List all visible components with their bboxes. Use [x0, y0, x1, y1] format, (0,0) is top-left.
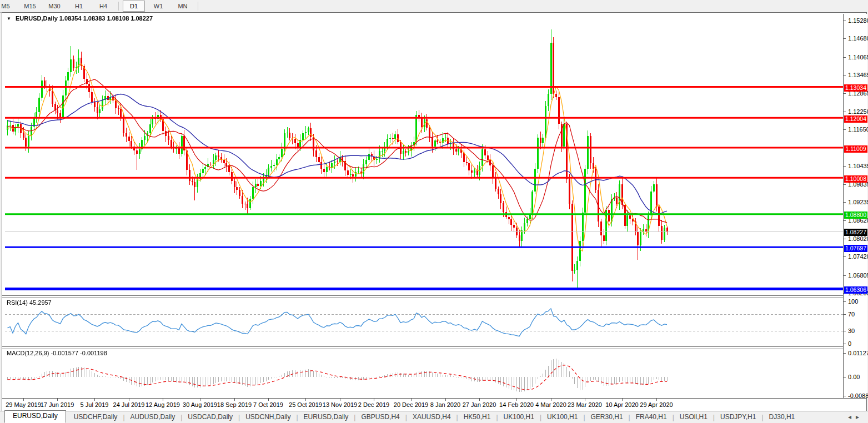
current-price-label: 1.08227: [844, 229, 867, 236]
date-axis-tick: [340, 399, 340, 401]
macd-axis-tick: [844, 377, 846, 377]
bottom-tab-uk100-h1-10[interactable]: UK100,H1: [541, 412, 583, 423]
chart-tabs-bar: EURUSD,DailyUSDCHF,Daily|AUDUSD,Daily|US…: [0, 411, 868, 423]
price-axis-label: 1.13465: [848, 72, 868, 78]
bottom-tab-hk50-h1-8[interactable]: HK50,H1: [458, 412, 496, 423]
price-axis[interactable]: 1.152801.146801.140651.134651.128651.122…: [843, 14, 867, 398]
date-label: 29 Apr 2020: [640, 401, 673, 408]
price-axis-label: 1.12250: [848, 108, 868, 115]
date-axis-tick: [551, 399, 551, 401]
price-axis-tick: [844, 75, 846, 75]
date-label: 8 Jan 2020: [430, 401, 460, 408]
bottom-tab-gbpusd-h4-6[interactable]: GBPUSD,H4: [355, 412, 405, 423]
macd-indicator-name: MACD(12,26,9): [7, 350, 49, 356]
bottom-tab-usdchf-daily-1[interactable]: USDCHF,Daily: [68, 412, 123, 423]
date-axis[interactable]: 29 May 201917 Jun 20195 Jul 201924 Jul 2…: [2, 398, 866, 412]
bottom-tab-ger30-h1-11[interactable]: GER30,H1: [585, 412, 629, 423]
date-label: 23 Mar 2020: [568, 401, 602, 408]
bottom-tab-usdjpy-h1-14[interactable]: USDJPY,H1: [715, 412, 761, 423]
toolbar-separator: [198, 2, 198, 11]
rsi-canvas[interactable]: [5, 299, 843, 346]
tab-scroll-arrows[interactable]: ◂▸: [848, 413, 864, 421]
price-axis-tick: [844, 220, 846, 221]
timeframe-button-mn[interactable]: MN: [172, 1, 194, 12]
date-axis-tick: [622, 399, 623, 401]
date-label: 10 Apr 2020: [605, 401, 638, 408]
rsi-axis-tick: [844, 301, 846, 302]
mt4-window: M5M15M30H1H4D1W1MN ▼ EURUSD,Daily 1.0835…: [0, 0, 868, 423]
date-axis-tick: [374, 399, 374, 401]
date-label: 12 Aug 2019: [145, 401, 180, 408]
date-axis-tick: [411, 399, 412, 401]
bottom-tab-usoil-h1-13[interactable]: USOil,H1: [674, 412, 713, 423]
price-axis-tick: [844, 184, 846, 185]
price-line-label: 1.11009: [844, 145, 867, 153]
date-label: 5 Jul 2019: [81, 401, 109, 408]
timeframe-button-m30[interactable]: M30: [43, 1, 66, 12]
price-axis-tick: [844, 21, 846, 21]
date-axis-tick: [57, 399, 58, 401]
timeframe-button-m5[interactable]: M5: [0, 1, 17, 12]
macd-axis-tick: [844, 396, 846, 396]
price-axis-tick: [844, 239, 846, 239]
bottom-tab-usdcad-daily-3[interactable]: USDCAD,Daily: [182, 412, 238, 423]
rsi-axis-label: 0: [848, 340, 851, 347]
scroll-left-icon[interactable]: ◂: [848, 413, 856, 421]
date-label: 30 Aug 2019: [183, 401, 217, 408]
price-axis-tick: [844, 112, 846, 112]
pane-splitter[interactable]: [2, 295, 866, 298]
price-axis-label: 1.11650: [848, 126, 868, 133]
price-axis-label: 1.10435: [848, 163, 868, 169]
rsi-indicator-name: RSI(14): [7, 299, 28, 306]
bottom-tab-eurusd-daily-0[interactable]: EURUSD,Daily: [4, 410, 66, 423]
date-axis-tick: [479, 399, 480, 401]
date-axis-tick: [585, 399, 585, 401]
date-label: 18 Sep 2019: [217, 401, 252, 408]
date-axis-tick: [94, 399, 95, 401]
bottom-tab-xauusd-h4-7[interactable]: XAUUSD,H4: [407, 412, 456, 423]
chart-symbol-label: EURUSD,Daily: [16, 15, 58, 22]
bottom-tab-fra40-h1-12[interactable]: FRA40,H1: [630, 412, 673, 423]
date-axis-tick: [163, 399, 163, 401]
rsi-axis-tick: [844, 344, 846, 344]
date-label: 24 Jul 2019: [113, 401, 145, 408]
bottom-tab-eurusd-daily-5[interactable]: EURUSD,Daily: [298, 412, 354, 423]
macd-label: MACD(12,26,9) -0.001577 -0.001198: [7, 350, 107, 356]
chart-title: ▼ EURUSD,Daily 1.08354 1.08383 1.08108 1…: [7, 15, 153, 22]
timeframe-button-h4[interactable]: H4: [92, 1, 114, 12]
timeframe-button-h1[interactable]: H1: [68, 1, 90, 12]
price-line-label: 1.13034: [844, 84, 867, 92]
price-axis-tick: [844, 166, 846, 167]
price-line-label: 1.12004: [844, 115, 867, 123]
bottom-tab-usdcnh-daily-4[interactable]: USDCNH,Daily: [240, 412, 296, 423]
price-axis-label: 1.14680: [848, 35, 868, 42]
toolbar-separator: [118, 2, 119, 11]
bottom-tab-uk100-h1-9[interactable]: UK100,H1: [498, 412, 540, 423]
price-line-label: 1.07697: [844, 245, 867, 252]
timeframe-button-m15[interactable]: M15: [19, 1, 41, 12]
macd-axis-label: 0.00: [848, 374, 860, 380]
price-axis-tick: [844, 275, 846, 276]
bottom-tab-dj30-h1-15[interactable]: DJ30,H1: [764, 412, 801, 423]
price-axis-tick: [844, 38, 846, 39]
scroll-right-icon[interactable]: ▸: [856, 413, 864, 421]
main-chart-canvas[interactable]: [5, 14, 843, 295]
macd-canvas[interactable]: [5, 349, 843, 398]
price-axis-label: 1.06805: [848, 272, 868, 279]
macd-axis-label: 0.011277: [848, 350, 868, 356]
date-axis-tick: [305, 399, 306, 401]
rsi-axis-label: 30: [848, 328, 855, 334]
price-axis-tick: [844, 129, 846, 130]
date-axis-tick: [268, 399, 269, 401]
chart-window: ▼ EURUSD,Daily 1.08354 1.08383 1.08108 1…: [2, 12, 867, 411]
rsi-indicator-value: 45.2957: [29, 299, 52, 306]
date-label: 2 Dec 2019: [358, 401, 389, 408]
timeframe-button-d1[interactable]: D1: [123, 1, 145, 12]
date-label: 29 May 2019: [6, 401, 41, 408]
date-label: 17 Jun 2019: [41, 401, 74, 408]
price-axis-label: 1.09235: [848, 199, 868, 205]
chart-dropdown-icon[interactable]: ▼: [7, 16, 11, 21]
timeframe-button-w1[interactable]: W1: [147, 1, 169, 12]
rsi-axis-tick: [844, 314, 846, 315]
bottom-tab-audusd-daily-2[interactable]: AUDUSD,Daily: [125, 412, 181, 423]
